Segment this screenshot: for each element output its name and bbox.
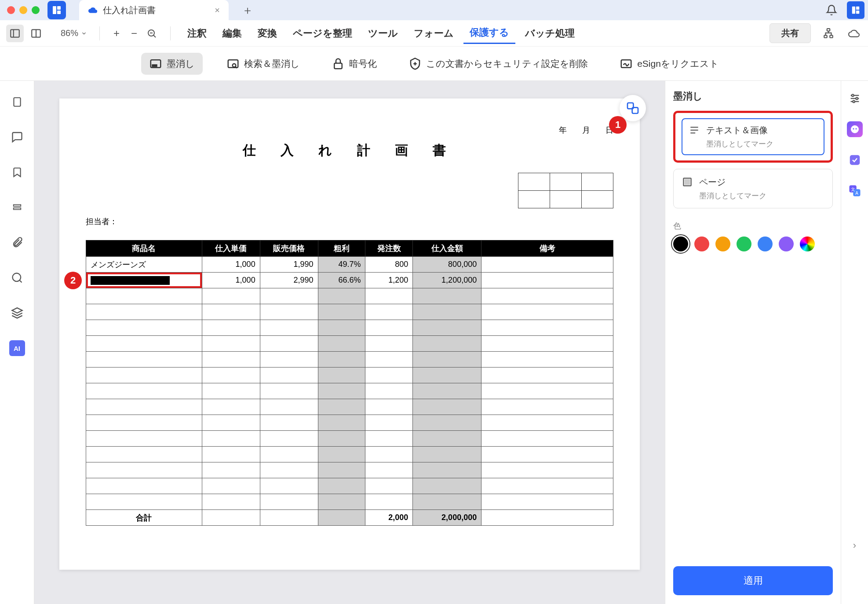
total-label: 合計 xyxy=(86,510,202,526)
encrypt-button[interactable]: 暗号化 xyxy=(324,53,385,75)
sitemap-button[interactable] xyxy=(821,25,836,41)
color-red[interactable] xyxy=(694,237,709,251)
encrypt-label: 暗号化 xyxy=(349,58,377,70)
fit-page-icon xyxy=(146,28,157,39)
cell-unit: 1,000 xyxy=(202,257,260,273)
total-amount: 2,000,000 xyxy=(413,510,481,526)
svg-point-46 xyxy=(855,128,857,130)
search-icon xyxy=(11,272,23,284)
cloud-icon xyxy=(848,28,860,39)
esign-button[interactable]: eSignをリクエスト xyxy=(612,53,727,75)
document-tab[interactable]: 仕入れ計画書 × xyxy=(79,0,229,20)
menu-batch[interactable]: バッチ処理 xyxy=(519,23,581,44)
pdfelement-logo-icon xyxy=(51,5,62,15)
tab-title: 仕入れ計画書 xyxy=(103,4,156,16)
menu-tools[interactable]: ツール xyxy=(362,23,404,44)
menu-protect[interactable]: 保護する xyxy=(463,22,515,44)
translate-icon xyxy=(626,101,640,115)
menu-annotate[interactable]: 注釈 xyxy=(181,23,213,44)
zoom-dropdown[interactable]: 86% xyxy=(57,26,91,40)
color-blue[interactable] xyxy=(758,237,773,251)
color-custom[interactable] xyxy=(800,237,815,251)
fields-button[interactable] xyxy=(9,200,25,215)
table-row-redacted: 2 1,000 2,990 66.6% 1,200 1,200,000 xyxy=(86,273,613,288)
attachments-button[interactable] xyxy=(9,235,25,251)
cell-price: 2,990 xyxy=(260,273,318,288)
color-purple[interactable] xyxy=(779,237,794,251)
maximize-window-button[interactable] xyxy=(32,6,40,14)
color-orange[interactable] xyxy=(715,237,730,251)
zoom-value: 86% xyxy=(61,28,78,38)
svg-rect-6 xyxy=(11,29,19,37)
notifications-icon[interactable] xyxy=(826,4,837,16)
thumbnails-button[interactable] xyxy=(9,94,25,110)
zoom-out-button[interactable]: − xyxy=(126,25,142,41)
zoom-in-button[interactable]: + xyxy=(109,25,124,41)
search-redact-button[interactable]: 検索＆墨消し xyxy=(219,53,308,75)
check-badge-icon xyxy=(848,153,861,167)
expand-panel-button[interactable]: › xyxy=(853,540,856,551)
apply-button[interactable]: 適用 xyxy=(673,566,833,595)
svg-text:文: 文 xyxy=(851,187,855,192)
layers-button[interactable] xyxy=(9,305,25,321)
panel-left-toggle[interactable] xyxy=(6,25,24,42)
left-sidebar: AI xyxy=(0,81,34,604)
table-row: メンズジーンズ 1,000 1,990 49.7% 800 800,000 xyxy=(86,257,613,273)
search-redact-label: 検索＆墨消し xyxy=(244,58,300,70)
bookmarks-button[interactable] xyxy=(9,164,25,180)
svg-rect-21 xyxy=(334,63,342,69)
floating-tool-badge[interactable] xyxy=(620,95,646,121)
redaction-selection-box xyxy=(86,273,202,288)
menu-edit[interactable]: 編集 xyxy=(216,23,248,44)
color-swatches xyxy=(673,237,833,251)
cell-margin: 49.7% xyxy=(318,257,365,273)
cell-note xyxy=(481,257,613,273)
redact-text-image-option[interactable]: テキスト＆画像 墨消しとしてマーク xyxy=(673,111,833,163)
svg-rect-47 xyxy=(850,155,860,165)
menu-convert[interactable]: 変換 xyxy=(252,23,283,44)
document-canvas[interactable]: 1 年 月 日 仕 入 れ 計 画 書 担当者： 商品名 仕入単価 販売価格 粗… xyxy=(34,81,665,604)
color-green[interactable] xyxy=(737,237,751,251)
zoom-fit-button[interactable] xyxy=(144,25,160,41)
ai-assistant-button[interactable] xyxy=(847,121,863,137)
cell-amount: 800,000 xyxy=(413,257,481,273)
close-window-button[interactable] xyxy=(7,6,15,14)
redact-page-option[interactable]: ページ 墨消しとしてマーク xyxy=(673,169,833,208)
redact-tool-button[interactable]: 墨消し xyxy=(141,53,203,75)
year-label: 年 xyxy=(559,126,567,135)
page-icon xyxy=(11,95,23,109)
pdfelement-logo-icon xyxy=(851,5,861,15)
minimize-window-button[interactable] xyxy=(19,6,27,14)
new-tab-button[interactable]: ＋ xyxy=(242,3,253,18)
brand-badge[interactable] xyxy=(847,1,864,19)
panel-split-toggle[interactable] xyxy=(27,25,45,42)
svg-rect-15 xyxy=(830,35,833,37)
app-logo[interactable] xyxy=(47,1,66,19)
ai-button[interactable]: AI xyxy=(9,340,25,356)
svg-point-43 xyxy=(853,101,855,103)
menu-form[interactable]: フォーム xyxy=(408,23,460,44)
remove-security-button[interactable]: この文書からセキュリティ設定を削除 xyxy=(401,53,596,75)
sidebar-left-icon xyxy=(9,28,21,39)
comments-button[interactable] xyxy=(9,129,25,145)
person-in-charge: 担当者： xyxy=(86,216,613,227)
translate-badge-icon: 文A xyxy=(848,184,861,197)
search-button[interactable] xyxy=(9,270,25,286)
cell-price: 1,990 xyxy=(260,257,318,273)
svg-line-11 xyxy=(153,35,156,37)
document-date-row: 年 月 日 xyxy=(86,125,613,135)
bookmark-icon xyxy=(11,166,23,179)
divider xyxy=(170,26,171,40)
properties-button[interactable] xyxy=(847,91,863,106)
page-square-icon xyxy=(682,176,693,188)
color-black[interactable] xyxy=(673,237,688,251)
tasks-button[interactable] xyxy=(847,152,863,168)
cloud-button[interactable] xyxy=(846,25,862,41)
menu-organize[interactable]: ページを整理 xyxy=(287,23,358,44)
svg-rect-4 xyxy=(856,7,859,10)
share-button[interactable]: 共有 xyxy=(770,23,811,43)
translate-button[interactable]: 文A xyxy=(847,183,863,199)
cell-name-redacted[interactable]: 2 xyxy=(86,273,202,288)
redact-icon xyxy=(149,57,162,70)
tab-close-button[interactable]: × xyxy=(215,5,220,15)
